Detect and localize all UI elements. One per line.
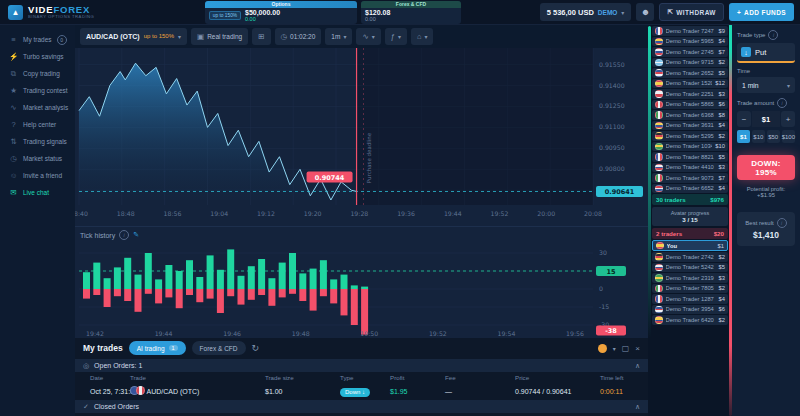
trader-row[interactable]: Demo Trader 7805$2: [652, 284, 728, 294]
trader-row[interactable]: Demo Trader 3954$6: [652, 305, 728, 315]
balance-demo-tag: DEMO: [598, 9, 618, 16]
svg-text:19:56: 19:56: [566, 330, 584, 337]
asset-payout: up to 150%: [144, 33, 174, 39]
preset-amount-button[interactable]: $1: [737, 130, 750, 143]
close-icon[interactable]: ×: [635, 344, 640, 353]
down-trade-button[interactable]: DOWN: 195%: [737, 155, 795, 180]
sidebar-item-my-trades[interactable]: ≡My trades0: [0, 31, 75, 48]
expiry-timer[interactable]: ◷ 01:02:20: [275, 28, 322, 45]
price-chart[interactable]: 0.915500.914000.912500.911000.909500.908…: [75, 48, 648, 226]
profile-button[interactable]: ☻: [636, 3, 654, 21]
buy-volume-bar: [83, 272, 90, 289]
chevron-down-icon[interactable]: ▾: [613, 345, 616, 352]
withdraw-button[interactable]: ⇱ WITHDRAW: [659, 3, 724, 21]
buy-volume-bar: [268, 278, 275, 289]
trader-row[interactable]: Demo Trader 9073$7: [652, 173, 728, 183]
amount-increase-button[interactable]: +: [781, 111, 795, 127]
real-trading-button[interactable]: ▣ Real trading: [191, 28, 248, 45]
edit-icon[interactable]: ✎: [133, 231, 139, 239]
preset-amount-button[interactable]: $10: [752, 130, 765, 143]
buy-volume-bar: [155, 279, 162, 289]
balance-amount: 5 536,00 USD: [547, 8, 594, 17]
open-orders-section[interactable]: ◎ Open Orders: 1 ∧: [75, 358, 648, 372]
sidebar-item-live-chat[interactable]: ✉Live chat: [0, 184, 75, 201]
time-selector[interactable]: 1 min ▾: [737, 77, 795, 93]
trader-row[interactable]: Demo Trader 2251$3: [652, 89, 728, 99]
sentiment-strip: [648, 26, 651, 338]
open-order-row[interactable]: Oct 25, 7:31:02 AUD/CAD (OTC)$1.00Down ↓…: [75, 384, 648, 399]
trader-row[interactable]: Demo Trader 4410$3: [652, 163, 728, 173]
chevron-up-icon[interactable]: ∧: [635, 403, 640, 411]
sidebar-item-label: Copy trading: [23, 70, 60, 77]
sidebar-item-market-analysis[interactable]: ∿Market analysis: [0, 99, 75, 116]
trader-row[interactable]: Demo Trader 6420$2: [652, 315, 728, 325]
sidebar-item-copy-trading[interactable]: ⧉Copy trading: [0, 65, 75, 82]
sidebar-item-market-status[interactable]: ◷Market status: [0, 150, 75, 167]
svg-text:0: 0: [599, 285, 603, 292]
trader-row[interactable]: Demo Trader 2745$7: [652, 47, 728, 57]
info-icon[interactable]: i: [768, 30, 778, 40]
column-header: Time left: [600, 372, 624, 384]
trader-row[interactable]: Demo Trader 5295$2: [652, 131, 728, 141]
trader-row[interactable]: Demo Trader 1520$12: [652, 79, 728, 89]
logo[interactable]: ▲ VIDEFOREX BINARY OPTIONS TRADING: [0, 5, 94, 20]
chevron-up-icon[interactable]: ∧: [635, 362, 640, 370]
preset-amount-button[interactable]: $50: [767, 130, 780, 143]
settings-selector[interactable]: ⌂ ▾: [411, 28, 434, 45]
sell-volume-bar: [248, 289, 255, 300]
trader-row[interactable]: Demo Trader 2742$2: [652, 252, 728, 262]
sidebar-item-invite-a-friend[interactable]: ☺Invite a friend: [0, 167, 75, 184]
tab-forex-cfd[interactable]: Forex & CFD: [192, 341, 246, 355]
expand-icon[interactable]: ▢: [622, 344, 630, 353]
trader-row[interactable]: Demo Trader 6652$4: [652, 184, 728, 194]
tab-options-account[interactable]: Options up to 150% $50,000.00 0.00: [205, 1, 357, 24]
trader-row[interactable]: Demo Trader 5242$5: [652, 263, 728, 273]
sidebar-item-help-center[interactable]: ?Help center: [0, 116, 75, 133]
add-funds-button[interactable]: + ADD FUNDS: [729, 3, 794, 21]
amount-value[interactable]: $1: [752, 111, 780, 127]
trader-row[interactable]: Demo Trader 9715$2: [652, 58, 728, 68]
sidebar-item-turbo-savings[interactable]: ⚡Turbo savings: [0, 48, 75, 65]
trader-row[interactable]: Demo Trader 2652$5: [652, 68, 728, 78]
refresh-icon[interactable]: ↻: [252, 343, 260, 353]
market-analysis-icon: ∿: [9, 103, 18, 112]
indicators-selector[interactable]: ƒ ▾: [385, 28, 407, 45]
trader-row[interactable]: Demo Trader 5865$6: [652, 100, 728, 110]
layout-button[interactable]: ⊞: [252, 28, 270, 45]
asset-selector[interactable]: AUD/CAD (OTC) up to 150% ▾: [80, 28, 187, 45]
preset-amount-button[interactable]: $100: [782, 130, 795, 143]
best-result-box: Best result i $1,410: [737, 212, 795, 246]
forex-balance-sub: 0.00: [365, 16, 390, 22]
trading-signals-icon: ⇅: [9, 137, 18, 146]
sell-volume-bar: [289, 289, 296, 294]
trader-row-you[interactable]: You$1: [652, 240, 728, 251]
trader-row[interactable]: Demo Trader 2319$3: [652, 273, 728, 283]
trade-type-label: Trade type i: [737, 30, 795, 40]
trade-type-selector[interactable]: ↓ Put: [737, 43, 795, 63]
trader-row[interactable]: Demo Trader 8821$5: [652, 152, 728, 162]
tab-ai-trading[interactable]: AI trading 1: [129, 341, 186, 355]
trader-row[interactable]: Demo Trader 3631$4: [652, 121, 728, 131]
trader-row[interactable]: Demo Trader 1034$10: [652, 142, 728, 152]
tab-forex-account[interactable]: Forex & CFD $120.08 0.00: [361, 1, 461, 24]
tick-history-chart[interactable]: Tick history i ✎ 30150-15-3015-3819:4219…: [75, 226, 648, 338]
amount-decrease-button[interactable]: −: [737, 111, 751, 127]
svg-text:18:56: 18:56: [164, 210, 182, 217]
trader-row[interactable]: Demo Trader 7247$9: [652, 26, 728, 36]
info-icon[interactable]: i: [777, 98, 787, 108]
info-icon[interactable]: i: [119, 230, 129, 240]
chart-type-selector[interactable]: ∿ ▾: [356, 28, 380, 45]
flag-icon-fr: [655, 27, 663, 35]
info-icon[interactable]: i: [777, 218, 787, 228]
sidebar-item-trading-contest[interactable]: ★Trading contest: [0, 82, 75, 99]
sidebar-item-trading-signals[interactable]: ⇅Trading signals: [0, 133, 75, 150]
trader-row[interactable]: Demo Trader 1287$4: [652, 294, 728, 304]
timeframe-selector[interactable]: 1m ▾: [325, 28, 352, 45]
closed-orders-section[interactable]: ✓ Closed Orders ∧: [75, 399, 648, 413]
trader-amount: $12: [715, 80, 725, 86]
trader-row[interactable]: Demo Trader 5965$4: [652, 37, 728, 47]
invite-a-friend-icon: ☺: [9, 171, 18, 180]
trader-row[interactable]: Demo Trader 6368$8: [652, 110, 728, 120]
svg-text:0.91400: 0.91400: [599, 82, 625, 89]
balance-selector[interactable]: 5 536,00 USD DEMO ▾: [540, 3, 632, 21]
